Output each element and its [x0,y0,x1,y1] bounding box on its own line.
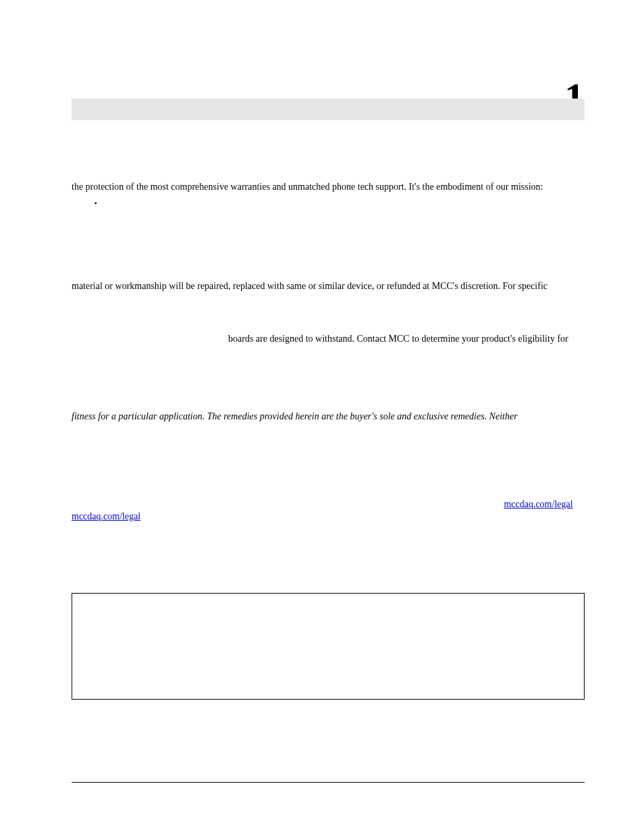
header-bar [72,99,585,120]
notice-title: Notice [79,599,577,612]
tm-p2: © 2014 Measurement Computing Corporation… [72,540,585,578]
notice-text: Measurement Computing Corporation does n… [79,616,577,692]
h2-trademark: Trademark and Copyright Information [72,470,585,486]
h-liability: Limitation of liability [72,386,585,398]
italic-block: Measurement Computing Corporation makes … [72,398,585,448]
tm-p1: Measurement Computing Corporation, Insta… [72,486,585,536]
h-harsh: Harsh environment program [72,308,585,321]
bullet: to provide data acquisition hardware and… [72,198,585,211]
visible-line-4: fitness for a particular application. Th… [72,411,585,423]
h-limited: Limited warranty [72,243,585,256]
visible-line-1: the protection of the most comprehensive… [72,181,585,194]
page: 1 About this User's Guide Thank you for … [0,0,644,834]
legal-link-visible[interactable]: mccdaq.com/legal [72,511,140,521]
notice-box: Notice Measurement Computing Corporation… [72,593,585,700]
visible-line-2: material or workmanship will be repaired… [72,280,585,293]
content-area: Thank you for purchasing a Measurement C… [72,131,585,700]
bullet-text: to provide data acquisition hardware and… [99,198,434,211]
page-number: 3 [0,783,644,795]
legal-link[interactable]: mccdaq.com/legal [504,499,572,509]
p2: Refer to mccdaq.com/legal for more infor… [72,216,585,229]
